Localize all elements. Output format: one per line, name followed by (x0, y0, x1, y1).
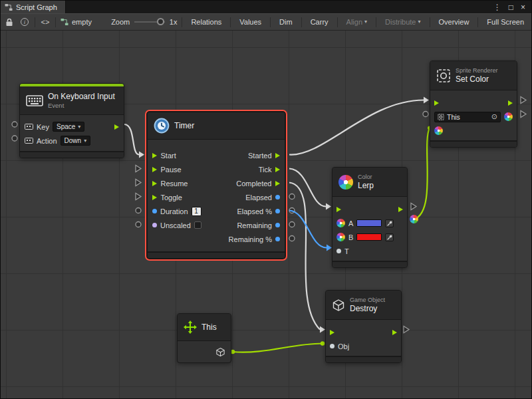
lerp-flow-out-port[interactable] (398, 207, 404, 212)
start-flow-in-port[interactable] (152, 153, 158, 158)
node-color-lerp[interactable]: Color Lerp A B (332, 167, 408, 268)
port-duration-input[interactable] (136, 208, 141, 213)
port-action-input[interactable] (12, 136, 17, 141)
port-label: Action (37, 137, 57, 145)
window-menu-icon[interactable]: ⋮ (493, 3, 501, 12)
toggle-flow-in-port[interactable] (152, 195, 158, 200)
unscaled-checkbox[interactable] (194, 221, 201, 229)
wire-keyboard-trigger-to-timer-start[interactable] (124, 124, 139, 155)
setcolor-output-color-port[interactable] (504, 112, 513, 121)
port-pause-flow-in[interactable] (136, 166, 141, 172)
code-icon[interactable]: <> (40, 18, 51, 26)
wire-arrowhead (326, 203, 331, 210)
carry-button[interactable]: Carry (307, 15, 332, 29)
obj-port[interactable] (330, 344, 334, 348)
port-setcolor-target-input[interactable] (423, 112, 428, 117)
node-footer (430, 140, 517, 147)
node-destroy[interactable]: Game Object Destroy Obj (325, 290, 402, 363)
window-close-icon[interactable]: × (521, 3, 525, 12)
port-label: Key (37, 123, 49, 131)
node-timer[interactable]: Timer Start Pause Resume Toggle Duration… (147, 112, 285, 259)
port-destroy-flow-out[interactable] (404, 327, 409, 333)
node-footer (148, 251, 285, 258)
port-remaining-output[interactable] (289, 222, 295, 227)
zoom-slider-knob[interactable] (157, 18, 164, 25)
port-toggle-flow-in[interactable] (136, 194, 141, 200)
port-elapsed-output[interactable] (289, 194, 295, 200)
wire-arrowhead (139, 152, 144, 158)
port-remaining-pct-output[interactable] (289, 236, 295, 241)
port-resume-flow-in[interactable] (136, 180, 141, 186)
sprite-renderer-mini-icon (438, 114, 444, 120)
setcolor-flow-out-port[interactable] (508, 100, 513, 106)
duration-port[interactable] (152, 209, 157, 213)
elapsed-out-port[interactable] (275, 195, 280, 200)
dim-button[interactable]: Dim (275, 15, 297, 29)
duration-input[interactable]: 1 (192, 207, 201, 216)
wire-timer-started-to-setcolor-flow[interactable] (289, 100, 424, 155)
setcolor-color-in-port[interactable] (434, 126, 443, 135)
zoom-slider[interactable] (134, 21, 165, 23)
toolbar-separator (182, 17, 182, 27)
completed-flow-out-port[interactable] (275, 181, 281, 186)
destroy-flow-in-port[interactable] (330, 330, 335, 335)
setcolor-flow-in-port[interactable] (434, 100, 440, 106)
elapsed-pct-out-port[interactable] (275, 209, 280, 213)
port-unscaled-input[interactable] (136, 222, 141, 227)
chevron-down-icon: ▾ (364, 19, 367, 25)
key-dropdown[interactable]: Space▾ (53, 122, 84, 132)
node-on-keyboard-input[interactable]: On Keyboard Input Event Key Space▾ (19, 83, 124, 158)
wire-timer-elapsedpct-to-lerp-t[interactable] (289, 211, 327, 248)
node-subtitle: Event (48, 102, 115, 109)
fullscreen-button[interactable]: Full Screen (483, 15, 528, 29)
values-button[interactable]: Values (235, 15, 265, 29)
info-icon[interactable]: i (19, 18, 30, 26)
resume-flow-in-port[interactable] (152, 181, 158, 186)
eyedropper-icon[interactable] (385, 233, 394, 241)
lerp-color-output-port[interactable] (410, 215, 418, 223)
color-a-swatch[interactable] (356, 219, 382, 227)
node-footer (20, 151, 124, 158)
align-button[interactable]: Align▾ (342, 15, 371, 29)
node-set-color[interactable]: Sprite Renderer Set Color This ⊙ (430, 61, 517, 148)
tick-flow-out-port[interactable] (275, 167, 281, 172)
script-graph-tab[interactable]: Script Graph (1, 1, 66, 13)
wire-timer-tick-to-lerp-flow[interactable] (289, 169, 326, 207)
wire-timer-completed-to-destroy-flow[interactable] (289, 183, 320, 330)
toolbar-separator (376, 17, 376, 27)
color-b-swatch[interactable] (356, 233, 382, 241)
target-object-field[interactable]: This ⊙ (434, 112, 501, 122)
titlebar: Script Graph ⋮ □ × (1, 1, 531, 13)
overview-button[interactable]: Overview (435, 15, 473, 29)
action-dropdown[interactable]: Down▾ (61, 136, 91, 146)
toolbar-separator (477, 17, 478, 27)
graph-asset-icon (61, 18, 68, 26)
remaining-out-port[interactable] (275, 223, 280, 227)
t-port[interactable] (336, 249, 341, 253)
destroy-flow-out-port[interactable] (392, 330, 398, 335)
unscaled-port[interactable] (152, 223, 157, 227)
wire-this-to-destroy-obj[interactable] (233, 344, 323, 352)
remaining-pct-out-port[interactable] (275, 237, 280, 241)
window-maximize-icon[interactable]: □ (509, 3, 513, 12)
trigger-flow-output-port[interactable] (114, 124, 120, 130)
port-lerp-flow-out[interactable] (411, 203, 416, 210)
pause-flow-in-port[interactable] (152, 167, 158, 172)
graph-canvas[interactable]: On Keyboard Input Event Key Space▾ (1, 31, 531, 398)
distribute-button[interactable]: Distribute▾ (381, 15, 424, 29)
eyedropper-icon[interactable] (385, 219, 394, 227)
node-this[interactable]: This (177, 313, 231, 363)
color-port-a[interactable] (336, 219, 345, 227)
gameobject-output-port[interactable] (215, 347, 225, 357)
wire-lerp-color-to-setcolor-color[interactable] (414, 128, 430, 219)
started-flow-out-port[interactable] (275, 153, 281, 158)
lerp-flow-in-port[interactable] (336, 207, 342, 212)
node-footer (332, 261, 407, 267)
port-key-input[interactable] (12, 122, 17, 127)
port-setcolor-flow-out[interactable] (521, 97, 526, 104)
port-setcolor-value-out[interactable] (521, 111, 526, 118)
relations-button[interactable]: Relations (187, 15, 225, 29)
object-picker-icon[interactable]: ⊙ (491, 113, 497, 120)
lock-icon[interactable] (4, 18, 15, 27)
color-port-b[interactable] (336, 233, 345, 241)
